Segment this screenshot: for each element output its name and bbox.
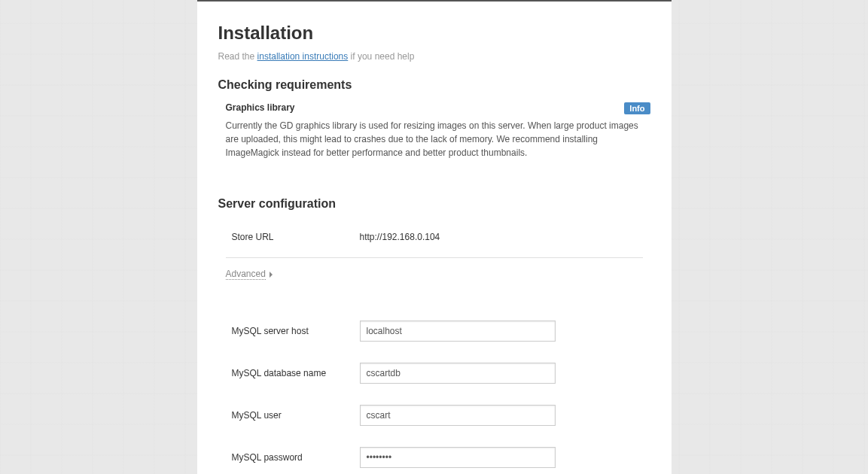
- subtitle-suffix: if you need help: [348, 51, 414, 62]
- mysql-password-row: MySQL password: [218, 436, 650, 474]
- server-config-section: Server configuration Store URL http://19…: [218, 197, 650, 474]
- info-badge: Info: [624, 102, 650, 114]
- server-config-heading: Server configuration: [218, 197, 650, 211]
- mysql-host-label: MySQL server host: [232, 326, 360, 336]
- requirement-item: Info Graphics library Currently the GD g…: [218, 102, 650, 160]
- subtitle-prefix: Read the: [218, 51, 257, 62]
- mysql-host-row: MySQL server host: [218, 310, 650, 352]
- mysql-db-row: MySQL database name: [218, 352, 650, 394]
- requirement-description: Currently the GD graphics library is use…: [226, 119, 650, 160]
- store-url-label: Store URL: [232, 232, 360, 242]
- divider: [226, 257, 643, 258]
- installation-instructions-link[interactable]: installation instructions: [257, 51, 349, 62]
- mysql-host-input[interactable]: [360, 321, 556, 342]
- requirements-heading: Checking requirements: [218, 78, 650, 92]
- mysql-password-input[interactable]: [360, 447, 556, 468]
- mysql-password-label: MySQL password: [232, 452, 360, 463]
- page-subtitle: Read the installation instructions if yo…: [218, 51, 650, 62]
- requirement-title: Graphics library: [226, 102, 650, 113]
- requirements-section: Checking requirements Info Graphics libr…: [218, 78, 650, 160]
- content-area: Installation Read the installation instr…: [197, 2, 672, 474]
- store-url-row: Store URL http://192.168.0.104: [218, 221, 650, 253]
- advanced-toggle-label: Advanced: [226, 269, 266, 280]
- mysql-user-row: MySQL user: [218, 394, 650, 436]
- mysql-user-input[interactable]: [360, 405, 556, 426]
- mysql-db-label: MySQL database name: [232, 368, 360, 378]
- chevron-right-icon: [270, 272, 273, 278]
- advanced-toggle[interactable]: Advanced: [226, 269, 273, 280]
- page-title: Installation: [218, 23, 650, 44]
- mysql-db-input[interactable]: [360, 363, 556, 384]
- mysql-user-label: MySQL user: [232, 410, 360, 421]
- main-container: Installation Read the installation instr…: [197, 0, 672, 474]
- store-url-value: http://192.168.0.104: [360, 232, 440, 242]
